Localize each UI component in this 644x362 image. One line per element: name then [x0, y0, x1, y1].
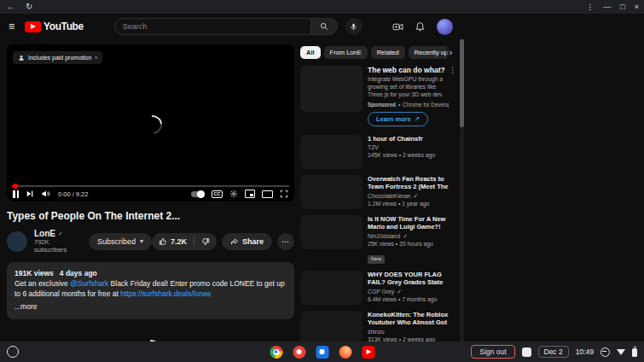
create-icon[interactable]	[392, 21, 403, 32]
browser-menu-icon[interactable]: ⋮	[586, 0, 594, 14]
chips-scroll-right-icon[interactable]: ›	[445, 44, 456, 60]
volume-icon[interactable]	[41, 189, 51, 199]
ad-learn-more-button[interactable]: Learn more ↗	[368, 112, 428, 126]
tray-app-icon[interactable]	[522, 347, 531, 357]
window-titlebar: ← ↻ ⋮ — □ ×	[0, 0, 644, 14]
related-video-item[interactable]: KonekoKitten: The Roblox Youtuber Who Al…	[300, 311, 456, 345]
scrollbar-thumb[interactable]	[460, 39, 464, 127]
shelf-apps	[270, 346, 374, 359]
related-channel-name[interactable]: ChocolateKieran	[368, 193, 410, 200]
chip-all[interactable]: All	[300, 46, 321, 59]
video-thumbnail[interactable]	[300, 311, 363, 345]
youtube-play-icon	[25, 21, 41, 32]
related-video-title[interactable]: Overwatch Fan Reacts to Team Fortress 2 …	[368, 175, 456, 191]
chrome-app-icon[interactable]	[270, 346, 282, 359]
fullscreen-icon[interactable]	[280, 190, 288, 198]
related-video-meta: 145K views • 2 weeks ago	[368, 152, 456, 159]
dislike-button[interactable]	[194, 237, 217, 246]
related-channel-name[interactable]: CGP Grey	[368, 289, 394, 295]
system-tray: Sign out Dec 2 10:49	[471, 345, 637, 359]
subscribed-button[interactable]: Subscribed ▾	[89, 233, 152, 250]
notifications-bell-icon[interactable]	[415, 21, 426, 32]
related-video-title[interactable]: KonekoKitten: The Roblox Youtuber Who Al…	[368, 311, 456, 327]
show-more-link[interactable]: ...more	[15, 302, 287, 312]
wifi-icon[interactable]	[617, 349, 625, 355]
related-video-title[interactable]: WHY DOES YOUR FLAG FAIL? Grey Grades Sta…	[368, 271, 456, 287]
chip-from-channel[interactable]: From LonE	[324, 46, 368, 59]
surfshark-url-link[interactable]: https://surfshark.deals/lonee	[120, 289, 211, 298]
video-thumbnail[interactable]	[300, 175, 363, 209]
search-button[interactable]	[310, 18, 338, 35]
account-avatar[interactable]	[437, 19, 453, 35]
chevron-down-icon: ▾	[140, 237, 143, 245]
search-icon	[320, 22, 328, 31]
video-player[interactable]: Includes paid promotion › 0:00 / 9:22	[7, 44, 294, 201]
view-count: 191K views	[15, 269, 54, 277]
autoplay-toggle[interactable]	[191, 191, 205, 197]
channel-info[interactable]: LonE ✓ 792K subscribers	[34, 229, 78, 254]
minimize-icon[interactable]: —	[603, 0, 611, 14]
search-bar	[114, 18, 338, 35]
miniplayer-icon[interactable]	[245, 190, 255, 198]
related-video-item[interactable]: 1 hour of Chainsfr TZV 145K views • 2 we…	[300, 135, 456, 169]
refresh-icon[interactable]: ↻	[26, 0, 32, 14]
close-icon[interactable]: ×	[635, 0, 639, 14]
description-box[interactable]: 191K views4 days ago Get an exclusive @S…	[7, 262, 294, 319]
date-chip[interactable]: Dec 2	[538, 346, 569, 358]
related-channel-name[interactable]: Nin10doland	[368, 233, 400, 240]
time-display: 0:00 / 9:22	[58, 190, 88, 198]
video-thumbnail[interactable]	[300, 215, 363, 249]
video-thumbnail[interactable]	[300, 135, 363, 169]
ad-description: Integrate WebGPU through a growing set o…	[368, 76, 449, 99]
related-video-title[interactable]: Is It NOW Time For A New Mario and Luigi…	[368, 215, 456, 231]
verified-badge-icon: ✓	[397, 289, 402, 296]
related-channel-name[interactable]: shinzu	[368, 329, 385, 336]
voice-search-button[interactable]	[345, 18, 363, 35]
share-icon	[230, 237, 239, 246]
video-thumbnail[interactable]	[300, 271, 363, 305]
page-scrollbar[interactable]	[460, 39, 464, 342]
paid-promotion-badge[interactable]: Includes paid promotion ›	[13, 51, 102, 64]
sponsored-ad-card[interactable]: The web can do what? Integrate WebGPU th…	[300, 66, 456, 126]
surfshark-channel-link[interactable]: @Surfshark	[70, 279, 108, 288]
theater-mode-icon[interactable]	[262, 190, 273, 198]
ad-thumbnail[interactable]	[300, 66, 363, 112]
search-input[interactable]	[114, 18, 310, 35]
related-video-item[interactable]: Is It NOW Time For A New Mario and Luigi…	[300, 215, 456, 265]
launcher-icon[interactable]	[7, 346, 19, 358]
like-button[interactable]: 7.2K	[152, 237, 194, 246]
ad-advertiser: Chrome for Developers	[403, 102, 449, 108]
share-button[interactable]: Share	[222, 233, 272, 250]
channel-row: LonE ✓ 792K subscribers Subscribed ▾ 7.2…	[7, 229, 294, 254]
hamburger-menu-icon[interactable]: ≡	[9, 20, 15, 32]
more-actions-button[interactable]: ⋯	[277, 233, 294, 250]
maximize-icon[interactable]: □	[620, 0, 624, 14]
youtube-logo[interactable]: YouTube	[25, 20, 84, 32]
red-app-icon[interactable]	[293, 346, 305, 359]
battery-icon[interactable]	[632, 348, 637, 357]
sign-out-button[interactable]: Sign out	[471, 345, 514, 359]
ad-title[interactable]: The web can do what?	[368, 66, 449, 74]
settings-gear-icon[interactable]	[229, 190, 238, 198]
related-video-item[interactable]: Overwatch Fan Reacts to Team Fortress 2 …	[300, 175, 456, 209]
description-stats: 191K views4 days ago	[15, 269, 287, 279]
ad-menu-icon[interactable]: ⋮	[449, 66, 456, 74]
back-icon[interactable]: ←	[7, 0, 15, 14]
header-actions	[392, 19, 453, 35]
video-actions: 7.2K Share ⋯	[152, 233, 294, 250]
blue-app-icon[interactable]	[316, 346, 328, 359]
channel-avatar[interactable]	[7, 231, 27, 252]
next-icon[interactable]	[26, 190, 34, 198]
related-channel-name[interactable]: TZV	[368, 144, 379, 151]
captions-icon[interactable]: CC	[212, 190, 223, 198]
chip-related[interactable]: Related	[371, 46, 405, 59]
related-video-item[interactable]: WHY DOES YOUR FLAG FAIL? Grey Grades Sta…	[300, 271, 456, 305]
ad-sponsored-line: Sponsored • Chrome for Developers	[368, 102, 449, 108]
orange-app-icon[interactable]	[339, 346, 351, 359]
pause-icon[interactable]	[13, 190, 19, 198]
clock[interactable]: 10:49	[576, 347, 594, 356]
related-video-title[interactable]: 1 hour of Chainsfr	[368, 135, 456, 143]
youtube-app-icon[interactable]	[362, 346, 374, 359]
progress-bar[interactable]	[12, 185, 289, 187]
do-not-disturb-icon[interactable]	[600, 347, 610, 357]
